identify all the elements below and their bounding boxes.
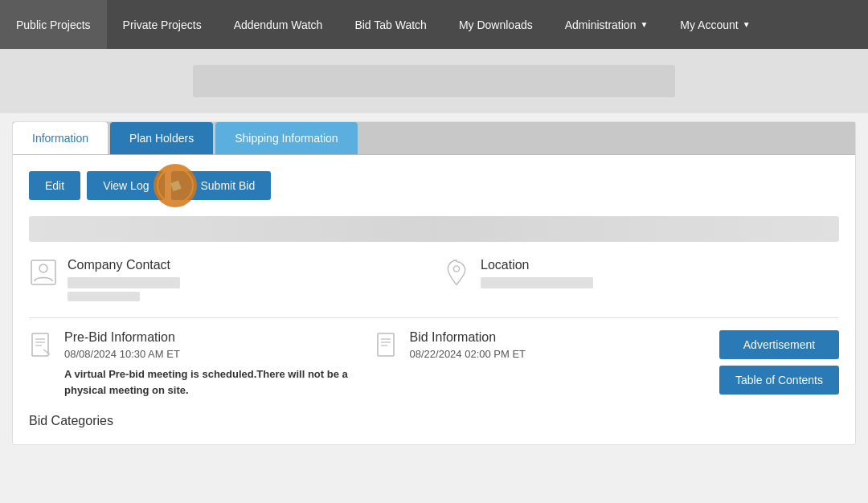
content-body: Edit View Log ■ Submit Bid — [13, 155, 855, 444]
location-content: Location — [481, 258, 593, 292]
location-redacted-1 — [481, 277, 593, 288]
nav-my-account[interactable]: My Account ▼ — [664, 0, 766, 49]
edit-button[interactable]: Edit — [29, 171, 80, 200]
svg-point-1 — [39, 264, 47, 272]
location-label: Location — [481, 258, 593, 272]
tab-information[interactable]: Information — [13, 122, 108, 154]
banner-area — [0, 49, 868, 113]
bid-categories-label: Bid Categories — [29, 414, 839, 428]
svg-rect-3 — [32, 333, 48, 356]
action-buttons-row: Edit View Log ■ Submit Bid — [29, 171, 839, 200]
nav-bid-tab-watch[interactable]: Bid Tab Watch — [338, 0, 443, 49]
cursor-circle-inner: ■ — [157, 167, 194, 204]
nav-public-projects[interactable]: Public Projects — [0, 0, 107, 49]
company-contact-section: Company Contact — [29, 258, 426, 301]
submit-bid-wrapper: ■ Submit Bid — [171, 171, 271, 200]
bid-info-content: Bid Information 08/22/2024 02:00 PM ET — [410, 330, 526, 366]
location-icon — [442, 258, 471, 287]
info-grid: Company Contact Location — [29, 258, 839, 301]
bid-info-section: Bid Information 08/22/2024 02:00 PM ET — [375, 330, 704, 366]
administration-dropdown-arrow: ▼ — [640, 20, 648, 29]
company-contact-redacted-1 — [68, 277, 180, 288]
bid-info-title: Bid Information — [410, 330, 526, 345]
banner-image — [193, 65, 675, 97]
tab-plan-holders[interactable]: Plan Holders — [110, 122, 213, 154]
bid-info-date: 08/22/2024 02:00 PM ET — [410, 348, 526, 360]
section-divider — [29, 317, 839, 318]
pre-bid-section: Pre-Bid Information 08/08/2024 10:30 AM … — [29, 330, 358, 398]
svg-point-2 — [453, 266, 459, 272]
my-account-dropdown-arrow: ▼ — [743, 20, 751, 29]
person-icon — [29, 258, 58, 287]
table-of-contents-button[interactable]: Table of Contents — [719, 366, 839, 395]
advertisement-button[interactable]: Advertisement — [719, 330, 839, 359]
main-content-panel: Information Plan Holders Shipping Inform… — [12, 121, 856, 445]
company-contact-redacted-2 — [68, 292, 140, 301]
pre-bid-content: Pre-Bid Information 08/08/2024 10:30 AM … — [64, 330, 358, 398]
cursor-circle-overlay: ■ — [154, 164, 197, 207]
nav-private-projects[interactable]: Private Projects — [107, 0, 218, 49]
svg-rect-7 — [378, 333, 394, 356]
pre-bid-doc-icon — [29, 330, 55, 359]
bid-action-buttons: Advertisement Table of Contents — [719, 330, 839, 395]
bid-categories-section: Bid Categories — [29, 414, 839, 428]
location-section: Location — [442, 258, 839, 301]
project-title-redacted — [29, 216, 839, 242]
bid-info-grid: Pre-Bid Information 08/08/2024 10:30 AM … — [29, 330, 839, 398]
tab-shipping-information[interactable]: Shipping Information — [215, 122, 357, 154]
pre-bid-note: A virtual Pre-bid meeting is scheduled.T… — [64, 366, 358, 398]
bid-info-doc-icon — [375, 330, 400, 359]
navigation: Public Projects Private Projects Addendu… — [0, 0, 868, 49]
cursor-icon: ■ — [167, 174, 184, 198]
company-contact-label: Company Contact — [68, 258, 180, 272]
nav-addendum-watch[interactable]: Addendum Watch — [218, 0, 339, 49]
nav-administration[interactable]: Administration ▼ — [549, 0, 665, 49]
tab-bar: Information Plan Holders Shipping Inform… — [13, 122, 855, 155]
company-contact-content: Company Contact — [68, 258, 180, 301]
nav-my-downloads[interactable]: My Downloads — [443, 0, 549, 49]
pre-bid-date: 08/08/2024 10:30 AM ET — [64, 348, 358, 360]
pre-bid-title: Pre-Bid Information — [64, 330, 358, 345]
